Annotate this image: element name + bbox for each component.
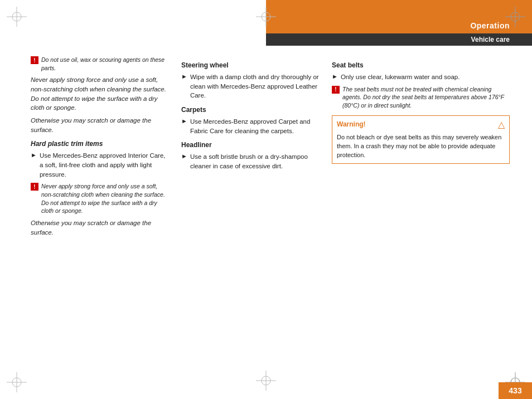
headliner-heading: Headliner <box>181 141 321 149</box>
bullet-text-seat-belts: Only use clear, lukewarm water and soap. <box>341 72 460 82</box>
note-do-not-use-oil: ! Do not use oil, wax or scouring agents… <box>31 56 170 72</box>
note-icon-1: ! <box>31 56 38 64</box>
warning-text: Do not bleach or dye seat belts as this … <box>337 133 505 160</box>
bullet-text-headliner: Use a soft bristle brush or a dry-shampo… <box>190 152 321 171</box>
bullet-arrow-seat-belts: ► <box>332 73 338 80</box>
note-icon-2: ! <box>31 183 38 191</box>
bullet-headliner: ► Use a soft bristle brush or a dry-sham… <box>181 152 321 171</box>
bullet-seat-belts: ► Only use clear, lukewarm water and soa… <box>332 72 510 82</box>
header-bar: Operation <box>266 0 532 33</box>
note-text-1: Do not use oil, wax or scouring agents o… <box>41 56 170 72</box>
bullet-steering: ► Wipe with a damp cloth and dry thoroug… <box>181 72 321 100</box>
hard-plastic-heading: Hard plastic trim items <box>31 140 170 148</box>
crosshair-top-right <box>505 7 525 27</box>
main-content: ! Do not use oil, wax or scouring agents… <box>31 56 510 366</box>
note-icon-seat-belts: ! <box>332 86 340 94</box>
vehicle-care-label: Vehicle care <box>471 36 510 43</box>
bullet-text-interior-care: Use Mercedes-Benz approved Interior Care… <box>40 151 170 179</box>
note-never-apply-2: ! Never apply strong force and only use … <box>31 182 170 215</box>
crosshair-bottom-left <box>7 372 27 392</box>
note-text-seat-belts: The seat belts must not be treated with … <box>342 85 510 110</box>
header-title: Operation <box>470 21 510 30</box>
crosshair-top-center <box>256 7 276 28</box>
middle-column: Steering wheel ► Wipe with a damp cloth … <box>181 56 332 366</box>
bullet-arrow-carpets: ► <box>181 118 187 124</box>
carpets-heading: Carpets <box>181 106 321 114</box>
right-column: Seat belts ► Only use clear, lukewarm wa… <box>332 56 510 366</box>
warning-triangle-icon: △ <box>498 119 505 130</box>
crosshair-bottom-center <box>256 371 276 392</box>
bullet-text-carpets: Use Mercedes-Benz approved Carpet and Fa… <box>190 117 321 135</box>
warning-box: Warning! △ Do not bleach or dye seat bel… <box>332 115 510 164</box>
page-number-box: 433 <box>499 382 532 399</box>
crosshair-top-left <box>7 7 27 27</box>
page-number: 433 <box>509 386 521 395</box>
para-never-apply-1: Never apply strong force and only use a … <box>31 75 170 113</box>
warning-header: Warning! △ <box>337 119 505 130</box>
left-column: ! Do not use oil, wax or scouring agents… <box>31 56 181 366</box>
bullet-arrow-1: ► <box>31 152 37 158</box>
subheader-bar: Vehicle care <box>266 33 532 46</box>
note-text-2: Never apply strong force and only use a … <box>41 182 170 215</box>
para-otherwise-1: Otherwise you may scratch or damage the … <box>31 116 170 134</box>
bullet-interior-care: ► Use Mercedes-Benz approved Interior Ca… <box>31 151 170 179</box>
para-otherwise-2: Otherwise you may scratch or damage the … <box>31 218 170 237</box>
seat-belts-heading: Seat belts <box>332 61 510 69</box>
warning-label: Warning! <box>337 120 366 128</box>
bullet-arrow-steering: ► <box>181 73 187 80</box>
bullet-arrow-headliner: ► <box>181 153 187 159</box>
bullet-carpets: ► Use Mercedes-Benz approved Carpet and … <box>181 117 321 135</box>
steering-wheel-heading: Steering wheel <box>181 61 321 69</box>
note-seat-belts: ! The seat belts must not be treated wit… <box>332 85 510 110</box>
bullet-text-steering: Wipe with a damp cloth and dry thoroughl… <box>190 72 321 100</box>
